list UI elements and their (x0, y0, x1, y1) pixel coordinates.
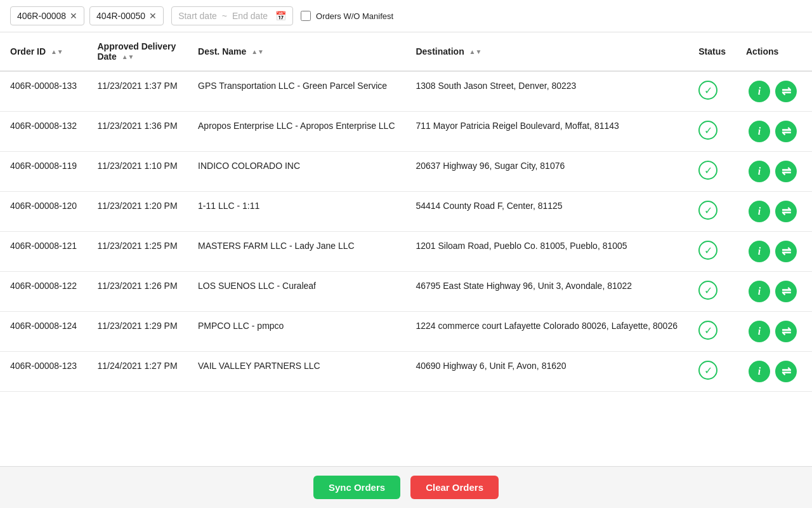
transfer-button[interactable]: ⇌ (775, 201, 797, 222)
col-actions: Actions (736, 32, 812, 71)
col-order-id: Order ID ▲▼ (0, 32, 87, 71)
cell-dest-name: PMPCO LLC - pmpco (188, 312, 405, 352)
cell-dest-name: MASTERS FARM LLC - Lady Jane LLC (188, 232, 405, 272)
transfer-button[interactable]: ⇌ (775, 281, 797, 302)
table-row: 406R-00008-123 11/24/2021 1:27 PM VAIL V… (0, 352, 812, 392)
transfer-button[interactable]: ⇌ (775, 361, 797, 382)
orders-table-container: Order ID ▲▼ Approved DeliveryDate ▲▼ Des… (0, 32, 812, 458)
sort-dest-name[interactable]: ▲▼ (251, 49, 264, 55)
table-row: 406R-00008-133 11/23/2021 1:37 PM GPS Tr… (0, 71, 812, 112)
table-body: 406R-00008-133 11/23/2021 1:37 PM GPS Tr… (0, 71, 812, 392)
status-approved-icon: ✓ (698, 281, 717, 300)
cell-order-id: 406R-00008-124 (0, 312, 87, 352)
info-button[interactable]: i (749, 321, 770, 342)
cell-dest-name: VAIL VALLEY PARTNERS LLC (188, 352, 405, 392)
cell-status: ✓ (688, 232, 736, 272)
cell-dest-name: 1-11 LLC - 1:11 (188, 192, 405, 232)
col-status: Sta­tus (688, 32, 736, 71)
status-approved-icon: ✓ (698, 241, 717, 260)
cell-destination: 54414 County Road F, Center, 81125 (405, 192, 688, 232)
clear-orders-button[interactable]: Clear Orders (410, 476, 499, 499)
sync-orders-button[interactable]: Sync Orders (313, 476, 400, 499)
cell-status: ✓ (688, 312, 736, 352)
cell-dest-name: GPS Transportation LLC - Green Parcel Se… (188, 71, 405, 112)
col-delivery-date: Approved DeliveryDate ▲▼ (87, 32, 188, 71)
cell-destination: 1201 Siloam Road, Pueblo Co. 81005, Pueb… (405, 232, 688, 272)
table-row: 406R-00008-132 11/23/2021 1:36 PM Apropo… (0, 112, 812, 152)
status-approved-icon: ✓ (698, 361, 717, 380)
manifest-checkbox[interactable] (301, 11, 311, 21)
orders-table: Order ID ▲▼ Approved DeliveryDate ▲▼ Des… (0, 32, 812, 392)
cell-delivery-date: 11/23/2021 1:36 PM (87, 112, 188, 152)
table-row: 406R-00008-119 11/23/2021 1:10 PM INDICO… (0, 152, 812, 192)
info-button[interactable]: i (749, 81, 770, 102)
transfer-button[interactable]: ⇌ (775, 241, 797, 262)
cell-status: ✓ (688, 152, 736, 192)
cell-destination: 1308 South Jason Street, Denver, 80223 (405, 71, 688, 112)
cell-destination: 1224 commerce court Lafayette Colorado 8… (405, 312, 688, 352)
info-button[interactable]: i (749, 241, 770, 262)
status-approved-icon: ✓ (698, 121, 717, 140)
cell-order-id: 406R-00008-123 (0, 352, 87, 392)
cell-actions: i ⇌ (736, 272, 812, 312)
info-button[interactable]: i (749, 281, 770, 302)
remove-tag-button[interactable]: ✕ (149, 11, 157, 20)
tag-label: 404R-00050 (96, 11, 145, 21)
cell-dest-name: Apropos Enterprise LLC - Apropos Enterpr… (188, 112, 405, 152)
remove-tag-button[interactable]: ✕ (70, 11, 77, 20)
cell-destination: 40690 Highway 6, Unit F, Avon, 81620 (405, 352, 688, 392)
filter-tag-tag-2: 404R-00050✕ (89, 6, 164, 25)
footer-bar: Sync Orders Clear Orders (0, 466, 812, 508)
cell-status: ✓ (688, 71, 736, 112)
cell-actions: i ⇌ (736, 232, 812, 272)
cell-actions: i ⇌ (736, 152, 812, 192)
cell-destination: 711 Mayor Patricia Reigel Boulevard, Mof… (405, 112, 688, 152)
cell-delivery-date: 11/24/2021 1:27 PM (87, 352, 188, 392)
cell-status: ✓ (688, 352, 736, 392)
transfer-button[interactable]: ⇌ (775, 81, 797, 102)
cell-actions: i ⇌ (736, 192, 812, 232)
info-button[interactable]: i (749, 121, 770, 142)
sort-order-id[interactable]: ▲▼ (51, 49, 63, 55)
cell-status: ✓ (688, 272, 736, 312)
transfer-button[interactable]: ⇌ (775, 121, 797, 142)
end-date-placeholder: End date (232, 11, 268, 21)
cell-order-id: 406R-00008-122 (0, 272, 87, 312)
cell-actions: i ⇌ (736, 352, 812, 392)
sort-destination[interactable]: ▲▼ (469, 49, 482, 55)
cell-dest-name: INDICO COLORADO INC (188, 152, 405, 192)
cell-delivery-date: 11/23/2021 1:37 PM (87, 71, 188, 112)
transfer-button[interactable]: ⇌ (775, 321, 797, 342)
cell-actions: i ⇌ (736, 71, 812, 112)
transfer-button[interactable]: ⇌ (775, 161, 797, 182)
start-date-placeholder: Start date (178, 11, 217, 21)
table-row: 406R-00008-120 11/23/2021 1:20 PM 1-11 L… (0, 192, 812, 232)
manifest-label: Orders W/O Manifest (316, 11, 393, 21)
cell-destination: 20637 Highway 96, Sugar City, 81076 (405, 152, 688, 192)
date-range-picker[interactable]: Start date ~ End date 📅 (171, 6, 293, 25)
col-dest-name: Dest. Name ▲▼ (188, 32, 405, 71)
cell-destination: 46795 East State Highway 96, Unit 3, Avo… (405, 272, 688, 312)
filter-tags: 406R-00008✕404R-00050✕ (10, 6, 164, 25)
cell-actions: i ⇌ (736, 112, 812, 152)
tilde-separator: ~ (222, 11, 227, 21)
cell-status: ✓ (688, 112, 736, 152)
cell-order-id: 406R-00008-119 (0, 152, 87, 192)
info-button[interactable]: i (749, 201, 770, 222)
cell-delivery-date: 11/23/2021 1:20 PM (87, 192, 188, 232)
table-header-row: Order ID ▲▼ Approved DeliveryDate ▲▼ Des… (0, 32, 812, 71)
sort-delivery-date[interactable]: ▲▼ (122, 54, 134, 60)
filter-tag-tag-1: 406R-00008✕ (10, 6, 84, 25)
cell-order-id: 406R-00008-133 (0, 71, 87, 112)
tag-label: 406R-00008 (17, 11, 66, 21)
cell-status: ✓ (688, 192, 736, 232)
top-bar: 406R-00008✕404R-00050✕ Start date ~ End … (0, 0, 812, 32)
table-row: 406R-00008-124 11/23/2021 1:29 PM PMPCO … (0, 312, 812, 352)
col-destination: Destination ▲▼ (405, 32, 688, 71)
info-button[interactable]: i (749, 361, 770, 382)
info-button[interactable]: i (749, 161, 770, 182)
cell-delivery-date: 11/23/2021 1:29 PM (87, 312, 188, 352)
table-row: 406R-00008-121 11/23/2021 1:25 PM MASTER… (0, 232, 812, 272)
cell-actions: i ⇌ (736, 312, 812, 352)
status-approved-icon: ✓ (698, 161, 717, 180)
